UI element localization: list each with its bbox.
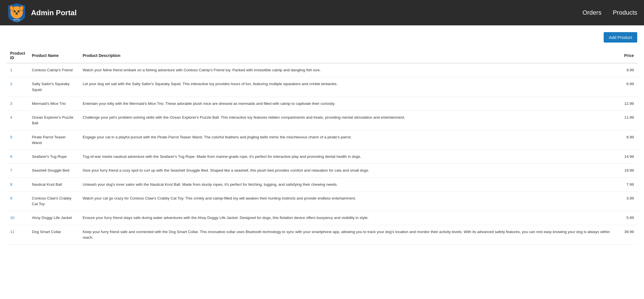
cell-price: 6.99 — [617, 77, 637, 97]
svg-point-5 — [14, 10, 16, 12]
svg-point-9 — [16, 13, 18, 14]
cell-id: 11 — [7, 225, 28, 245]
cell-name: Salty Sailor's Squeaky Squid — [28, 77, 79, 97]
products-table: Product ID Product Name Product Descript… — [7, 48, 637, 245]
table-row: 10Ahoy Doggy Life JacketEnsure your furr… — [7, 211, 637, 225]
cell-price: 7.99 — [617, 178, 637, 191]
cell-id: 2 — [7, 77, 28, 97]
nav-orders[interactable]: Orders — [583, 9, 601, 16]
col-header-price: Price — [617, 48, 637, 63]
cell-price: 3.99 — [617, 191, 637, 211]
cell-id: 6 — [7, 150, 28, 164]
cell-id: 4 — [7, 111, 28, 130]
cell-id: 5 — [7, 130, 28, 150]
cell-description: Challenge your pet's problem-solving ski… — [79, 111, 617, 130]
cell-id: 9 — [7, 191, 28, 211]
cell-id: 10 — [7, 211, 28, 225]
cell-description: Watch your feline friend embark on a fis… — [79, 63, 617, 77]
product-id-link[interactable]: 11 — [10, 230, 14, 234]
cell-name: Mermaid's Mice Trio — [28, 97, 79, 110]
svg-text:PET STORE: PET STORE — [14, 21, 20, 22]
product-id-link[interactable]: 8 — [10, 182, 12, 187]
cell-name: Ahoy Doggy Life Jacket — [28, 211, 79, 225]
cell-price: 39.99 — [617, 225, 637, 245]
logo: CONTOSO PET STORE — [7, 3, 27, 23]
cell-price: 5.99 — [617, 211, 637, 225]
toolbar: Add Product — [7, 32, 637, 43]
cell-id: 7 — [7, 164, 28, 178]
table-row: 5Pirate Parrot Teaser WandEngage your ca… — [7, 130, 637, 150]
table-row: 1Contoso Catnip's FriendWatch your felin… — [7, 63, 637, 77]
svg-point-8 — [19, 11, 19, 11]
table-body: 1Contoso Catnip's FriendWatch your felin… — [7, 63, 637, 245]
portal-title: Admin Portal — [31, 8, 77, 17]
cell-name: Ocean Explorer's Puzzle Ball — [28, 111, 79, 130]
cell-description: Entertain your kitty with the Mermaid's … — [79, 97, 617, 110]
cell-price: 9.99 — [617, 63, 637, 77]
svg-point-11 — [19, 12, 21, 14]
cell-description: Watch your cat go crazy for Contoso Claw… — [79, 191, 617, 211]
main-content: Add Product Product ID Product Name Prod… — [0, 25, 644, 299]
table-row: 4Ocean Explorer's Puzzle BallChallenge y… — [7, 111, 637, 130]
table-row: 9Contoso Claw's Crabby Cat ToyWatch your… — [7, 191, 637, 211]
table-row: 8Nautical Knot BallUnleash your dog's in… — [7, 178, 637, 191]
cell-id: 8 — [7, 178, 28, 191]
header: CONTOSO PET STORE Admin Portal Orders Pr… — [0, 0, 644, 25]
table-row: 11Dog Smart CollarKeep your furry friend… — [7, 225, 637, 245]
svg-point-6 — [18, 10, 20, 12]
product-id-link[interactable]: 10 — [10, 216, 14, 220]
cell-name: Pirate Parrot Teaser Wand — [28, 130, 79, 150]
cell-name: Seashell Snuggle Bed — [28, 164, 79, 178]
table-row: 6Seafarer's Tug RopeTug-of-war meets nau… — [7, 150, 637, 164]
nav-products[interactable]: Products — [613, 9, 637, 16]
cell-name: Contoso Catnip's Friend — [28, 63, 79, 77]
cell-description: Give your furry friend a cozy spot to cu… — [79, 164, 617, 178]
cell-name: Nautical Knot Ball — [28, 178, 79, 191]
cell-name: Seafarer's Tug Rope — [28, 150, 79, 164]
logo-icon: CONTOSO PET STORE — [7, 3, 27, 23]
product-id-link[interactable]: 9 — [10, 196, 12, 200]
cell-description: Unleash your dog's inner sailor with the… — [79, 178, 617, 191]
add-product-button[interactable]: Add Product — [604, 32, 637, 43]
product-id-link[interactable]: 3 — [10, 101, 12, 106]
cell-price: 12.99 — [617, 97, 637, 110]
col-header-description: Product Description — [79, 48, 617, 63]
header-left: CONTOSO PET STORE Admin Portal — [7, 3, 77, 23]
svg-point-7 — [15, 11, 16, 11]
col-header-id: Product ID — [7, 48, 28, 63]
product-id-link[interactable]: 1 — [10, 68, 12, 72]
cell-price: 11.99 — [617, 111, 637, 130]
cell-name: Dog Smart Collar — [28, 225, 79, 245]
cell-id: 3 — [7, 97, 28, 110]
cell-price: 14.99 — [617, 150, 637, 164]
cell-price: 8.99 — [617, 130, 637, 150]
product-id-link[interactable]: 4 — [10, 115, 12, 119]
product-id-link[interactable]: 7 — [10, 168, 12, 172]
main-nav: Orders Products — [583, 9, 637, 16]
cell-description: Let your dog set sail with the Salty Sai… — [79, 77, 617, 97]
cell-description: Tug-of-war meets nautical adventure with… — [79, 150, 617, 164]
cell-description: Keep your furry friend safe and connecte… — [79, 225, 617, 245]
cell-description: Engage your cat in a playful pursuit wit… — [79, 130, 617, 150]
product-id-link[interactable]: 2 — [10, 82, 12, 86]
product-id-link[interactable]: 5 — [10, 135, 12, 139]
table-header: Product ID Product Name Product Descript… — [7, 48, 637, 63]
table-row: 7Seashell Snuggle BedGive your furry fri… — [7, 164, 637, 178]
cell-id: 1 — [7, 63, 28, 77]
cell-description: Ensure your furry friend stays safe duri… — [79, 211, 617, 225]
table-row: 3Mermaid's Mice TrioEntertain your kitty… — [7, 97, 637, 110]
table-row: 2Salty Sailor's Squeaky SquidLet your do… — [7, 77, 637, 97]
svg-point-10 — [12, 12, 14, 14]
col-header-name: Product Name — [28, 48, 79, 63]
cell-name: Contoso Claw's Crabby Cat Toy — [28, 191, 79, 211]
cell-price: 19.99 — [617, 164, 637, 178]
product-id-link[interactable]: 6 — [10, 154, 12, 159]
